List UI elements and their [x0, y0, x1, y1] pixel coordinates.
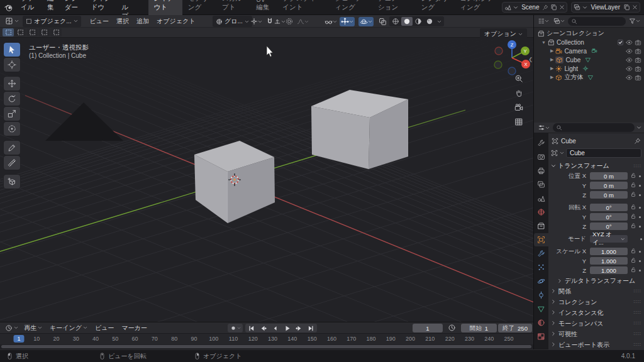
disclosure-triangle-icon[interactable]: ▶: [550, 48, 553, 53]
rotation-mode-dropdown[interactable]: XYZ オイ...: [590, 235, 628, 243]
camera-view-icon[interactable]: [514, 103, 523, 112]
properties-tab-object-data[interactable]: [534, 302, 548, 315]
lock-icon[interactable]: [630, 266, 636, 274]
value-field[interactable]: 0 m: [590, 182, 628, 190]
disclosure-triangle-icon[interactable]: ▶: [550, 57, 553, 62]
select-mode-set[interactable]: [3, 28, 14, 36]
scene-selector[interactable]: Scene: [502, 2, 567, 13]
properties-tab-constraints[interactable]: [534, 288, 548, 302]
object-name[interactable]: 立方体: [564, 73, 583, 82]
animate-dot[interactable]: [639, 185, 641, 187]
animate-dot[interactable]: [639, 207, 641, 209]
timeline-menu-view[interactable]: ビュー: [92, 322, 117, 334]
transform-section-header[interactable]: トランスフォーム ∷∷: [550, 161, 643, 171]
value-field[interactable]: 0°: [590, 222, 628, 231]
tool-cursor-button[interactable]: [4, 58, 20, 72]
section-2[interactable]: インスタンス化∷∷: [550, 308, 643, 317]
value-field[interactable]: 0°: [590, 204, 628, 212]
transform-orientation-dropdown[interactable]: グロ...: [213, 16, 252, 27]
pin-icon[interactable]: [542, 4, 548, 11]
disclosure-triangle-icon[interactable]: ▼: [541, 40, 546, 45]
select-mode-intersect[interactable]: [50, 28, 62, 36]
unlink-scene-button[interactable]: [559, 4, 565, 10]
prev-frame-button[interactable]: [269, 324, 281, 332]
proportional-edit-button[interactable]: [284, 17, 294, 26]
play-button[interactable]: [281, 324, 293, 332]
workspace-tab-8[interactable]: コンポジティング: [454, 0, 502, 15]
disable-render-icon[interactable]: [635, 39, 641, 46]
object-name[interactable]: Camera: [564, 48, 587, 55]
workspace-tab-3[interactable]: UV編集: [250, 0, 277, 15]
outliner-filter-button[interactable]: [628, 17, 641, 25]
disclosure-triangle-icon[interactable]: ▶: [550, 66, 553, 71]
workspace-tab-2[interactable]: スカルプト: [216, 0, 250, 15]
shading-rendered-button[interactable]: [424, 17, 435, 26]
panel-grip[interactable]: ∷∷: [634, 321, 641, 326]
tool-measure-button[interactable]: [4, 156, 20, 170]
disable-render-icon[interactable]: [635, 65, 641, 72]
new-view-layer-button[interactable]: [623, 4, 630, 11]
overlays-toggle[interactable]: [358, 17, 374, 26]
pin-icon[interactable]: [634, 138, 641, 145]
jump-to-start-button[interactable]: [245, 324, 257, 332]
panel-grip[interactable]: ∷∷: [634, 331, 641, 337]
lock-icon[interactable]: [630, 172, 636, 180]
properties-tab-tool[interactable]: [534, 136, 548, 150]
prev-keyframe-button[interactable]: [257, 324, 269, 332]
sidebar-collapse-arrow[interactable]: ❮: [528, 57, 533, 62]
properties-tab-object[interactable]: [534, 233, 548, 246]
outliner-row-2[interactable]: ▶Light: [534, 64, 644, 73]
animate-dot[interactable]: [639, 216, 641, 218]
properties-tab-render[interactable]: [534, 150, 548, 163]
outliner-row-0[interactable]: ▶Camera: [534, 47, 644, 55]
workspace-tab-5[interactable]: シェーディング: [330, 0, 373, 15]
hide-eye-icon[interactable]: [626, 74, 633, 81]
properties-tab-output[interactable]: [534, 164, 548, 177]
tool-rotate-button[interactable]: [4, 92, 20, 106]
properties-tab-material[interactable]: [534, 316, 548, 329]
zoom-icon[interactable]: [514, 74, 523, 83]
lock-icon[interactable]: [630, 222, 636, 230]
disable-render-icon[interactable]: [635, 48, 641, 55]
outliner-row-3[interactable]: ▶立方体: [534, 73, 644, 82]
chevron-down-icon[interactable]: [636, 125, 641, 130]
object-name-field[interactable]: Cube: [566, 148, 641, 158]
panel-grip[interactable]: ∷∷: [634, 288, 641, 294]
xray-toggle[interactable]: [377, 17, 388, 26]
panel-grip[interactable]: ∷∷: [634, 342, 641, 348]
next-keyframe-button[interactable]: [293, 324, 305, 332]
collection-label[interactable]: Collection: [557, 39, 584, 46]
section-4[interactable]: 可視性∷∷: [550, 329, 643, 339]
animate-dot[interactable]: [639, 260, 641, 262]
editor-type-button[interactable]: [3, 16, 21, 26]
section-0[interactable]: 関係∷∷: [550, 287, 643, 296]
disable-render-icon[interactable]: [635, 57, 641, 63]
outliner-filter-id[interactable]: [552, 17, 566, 25]
frame-end-field[interactable]: 終了 250: [498, 324, 532, 332]
new-scene-button[interactable]: [550, 4, 557, 11]
properties-tab-physics[interactable]: [534, 275, 548, 288]
shading-dropdown[interactable]: [435, 19, 443, 25]
animate-dot[interactable]: [639, 194, 641, 196]
section-delta-transform[interactable]: デルタトランスフォーム: [550, 276, 643, 285]
hide-eye-icon[interactable]: [626, 39, 633, 46]
outliner-row-1[interactable]: ▶Cube: [534, 55, 644, 64]
tool-select-box-button[interactable]: [4, 43, 20, 57]
remove-view-layer-button[interactable]: [632, 4, 638, 10]
panel-grip[interactable]: ∷∷: [634, 299, 641, 305]
properties-editor-type-button[interactable]: [536, 123, 551, 132]
proportional-falloff-button[interactable]: [296, 17, 310, 26]
workspace-tab-4[interactable]: テクスチャペイント: [277, 0, 329, 15]
current-frame-indicator[interactable]: 1: [13, 335, 24, 343]
hide-eye-icon[interactable]: [626, 65, 633, 72]
pan-hand-icon[interactable]: [514, 89, 523, 97]
value-field[interactable]: 1.000: [590, 266, 628, 275]
visibility-dropdown[interactable]: [323, 17, 338, 26]
workspace-tab-6[interactable]: アニメーション: [372, 0, 416, 15]
auto-keyframe-button[interactable]: [228, 324, 243, 332]
timeline-menu-playback[interactable]: 再生: [21, 322, 45, 334]
shading-solid-button[interactable]: [401, 17, 413, 26]
viewport-menu-select[interactable]: 選択: [113, 16, 133, 27]
scrollbar-thumb[interactable]: [1, 345, 531, 348]
hide-eye-icon[interactable]: [626, 48, 633, 55]
